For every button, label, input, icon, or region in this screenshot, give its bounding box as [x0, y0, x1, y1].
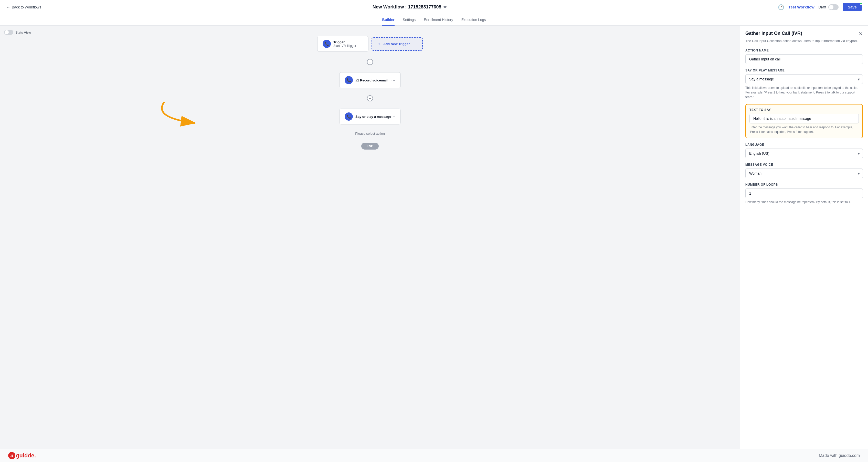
connector-line-1b [370, 65, 370, 72]
save-label: Save [848, 5, 857, 9]
guidde-badge-number: 33 [10, 454, 13, 457]
connector-3 [370, 124, 370, 132]
nav-tabs: Builder Settings Enrollment History Exec… [0, 14, 868, 26]
say-or-play-select-wrapper: Say a message Play an audio file [745, 74, 863, 84]
back-button[interactable]: ← Back to Workflows [6, 5, 41, 9]
add-trigger-label: Add New Trigger [383, 42, 410, 46]
connector-1: + [367, 52, 373, 72]
stats-toggle-knob [5, 30, 9, 34]
panel-header: Gather Input On Call (IVR) ✕ [745, 31, 863, 37]
node1-menu-icon[interactable]: ⋯ [391, 78, 395, 83]
language-group: LANGUAGE English (US) Spanish French Ger… [745, 143, 863, 158]
tab-builder[interactable]: Builder [382, 14, 395, 26]
plus-icon: ＋ [377, 41, 381, 47]
main-layout: Stats View 📞 Trigger Start IVR Trigger ＋… [0, 26, 868, 462]
header-left: ← Back to Workflows [6, 5, 41, 9]
say-or-play-hint: This field allows users to upload an aud… [745, 86, 863, 99]
record-voicemail-node[interactable]: 📞 #1 Record voicemail ⋯ [339, 72, 401, 88]
action-name-input[interactable] [745, 54, 863, 64]
end-node: END [361, 143, 378, 150]
loops-label: NUMBER OF LOOPS [745, 183, 863, 186]
connector-line-1 [370, 52, 370, 59]
guidde-name: guidde. [16, 452, 36, 459]
connector-line-2 [370, 88, 370, 95]
connector-line-2b [370, 101, 370, 109]
trigger-subtitle: Start IVR Trigger [333, 44, 356, 48]
panel-close-button[interactable]: ✕ [859, 31, 863, 37]
connector-2: + [367, 88, 373, 109]
panel-title: Gather Input On Call (IVR) [745, 31, 802, 36]
connector-line-3 [370, 124, 370, 132]
say-or-play-select[interactable]: Say a message Play an audio file [745, 74, 863, 84]
toggle-knob [829, 5, 833, 9]
workflow-title: New Workflow : 1715283177605 [373, 4, 441, 10]
guidde-logo: 33 guidde. [8, 452, 36, 459]
action-name-label: ACTION NAME [745, 49, 863, 52]
workflow-nodes: 📞 Trigger Start IVR Trigger ＋ Add New Tr… [0, 26, 740, 150]
language-select-wrapper: English (US) Spanish French German [745, 149, 863, 158]
trigger-text: Trigger Start IVR Trigger [333, 40, 356, 48]
select-action-text: Please select action [355, 132, 385, 135]
loops-hint: How many times should the message be rep… [745, 200, 863, 204]
back-arrow-icon: ← [6, 5, 10, 9]
voice-select-wrapper: Woman Man [745, 168, 863, 178]
stats-toggle-switch[interactable] [4, 30, 13, 35]
node2-label: Say or play a message [355, 115, 391, 119]
say-or-play-label: SAY OR PLAY MESSAGE [745, 69, 863, 72]
text-to-say-section: TEXT TO SAY Enter the message you want t… [745, 104, 863, 138]
voice-group: MESSAGE VOICE Woman Man [745, 163, 863, 178]
trigger-row: 📞 Trigger Start IVR Trigger ＋ Add New Tr… [317, 36, 423, 52]
loops-group: NUMBER OF LOOPS How many times should th… [745, 183, 863, 204]
connector-plus-2[interactable]: + [367, 95, 373, 101]
node2-menu-icon[interactable]: ⋯ [391, 114, 395, 119]
end-label: END [366, 144, 373, 148]
workflow-canvas: Stats View 📞 Trigger Start IVR Trigger ＋… [0, 26, 740, 462]
node1-icon: 📞 [345, 76, 353, 84]
history-icon[interactable]: 🕐 [778, 4, 784, 10]
test-workflow-button[interactable]: Test Workflow [788, 5, 814, 9]
language-select[interactable]: English (US) Spanish French German [745, 149, 863, 158]
node1-label: #1 Record voicemail [355, 79, 388, 82]
stats-toggle-container: Stats View [4, 30, 31, 35]
edit-icon[interactable]: ✏ [443, 5, 447, 9]
action-name-group: ACTION NAME [745, 49, 863, 64]
node1-left: 📞 #1 Record voicemail [345, 76, 388, 84]
tab-enrollment-history[interactable]: Enrollment History [424, 14, 453, 26]
save-button[interactable]: Save [843, 3, 862, 11]
say-play-message-node[interactable]: 📞 Say or play a message ⋯ [339, 109, 401, 124]
add-trigger-button[interactable]: ＋ Add New Trigger [372, 37, 423, 51]
trigger-icon: 📞 [322, 40, 331, 48]
draft-label: Draft [818, 5, 826, 9]
header: ← Back to Workflows New Workflow : 17152… [0, 0, 868, 14]
draft-toggle-switch[interactable] [828, 4, 839, 10]
connector-plus-1[interactable]: + [367, 59, 373, 65]
header-right: 🕐 Test Workflow Draft Save [778, 3, 862, 11]
guidde-made-with: Made with guidde.com [819, 453, 860, 458]
voice-select[interactable]: Woman Man [745, 168, 863, 178]
right-panel: Gather Input On Call (IVR) ✕ The Call In… [740, 26, 868, 462]
online-dot [860, 2, 862, 5]
node2-left: 📞 Say or play a message [345, 113, 391, 121]
say-or-play-group: SAY OR PLAY MESSAGE Say a message Play a… [745, 69, 863, 99]
language-label: LANGUAGE [745, 143, 863, 147]
workflow-title-container: New Workflow : 1715283177605 ✏ [373, 4, 447, 10]
trigger-node[interactable]: 📞 Trigger Start IVR Trigger [317, 36, 368, 52]
loops-input[interactable] [745, 188, 863, 198]
guidde-badge: 33 [8, 452, 16, 459]
connector-4 [370, 135, 370, 143]
draft-toggle-container: Draft [818, 4, 839, 10]
stats-label: Stats View [16, 30, 31, 34]
voice-label: MESSAGE VOICE [745, 163, 863, 166]
back-label: Back to Workflows [12, 5, 41, 9]
text-to-say-hint: Enter the message you want the caller to… [749, 125, 859, 134]
guidde-bar: 33 guidde. Made with guidde.com [0, 449, 868, 462]
text-to-say-input[interactable] [749, 114, 859, 123]
connector-line-4 [370, 135, 370, 143]
tab-execution-logs[interactable]: Execution Logs [461, 14, 486, 26]
node2-icon: 📞 [345, 113, 353, 121]
header-center: New Workflow : 1715283177605 ✏ [373, 4, 447, 10]
text-to-say-label: TEXT TO SAY [749, 108, 859, 112]
tab-settings[interactable]: Settings [403, 14, 416, 26]
trigger-title: Trigger [333, 40, 356, 44]
panel-subtitle: The Call Input Collection action allows … [745, 38, 863, 43]
